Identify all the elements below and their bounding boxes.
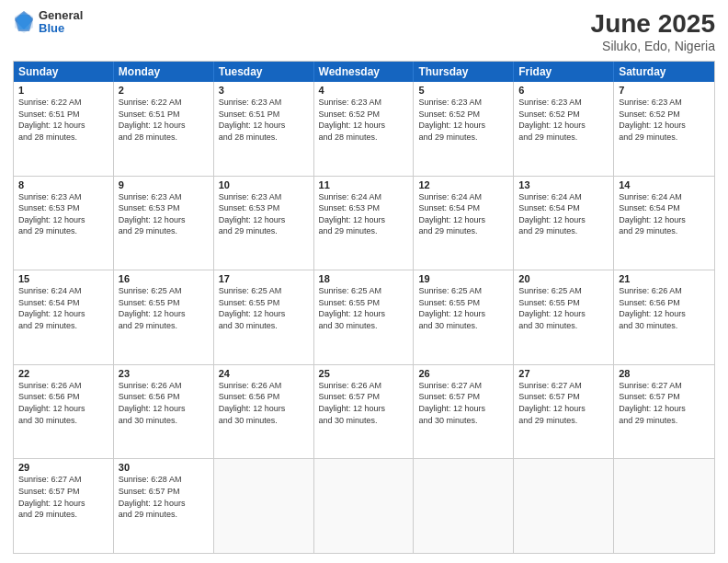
day-info: Sunrise: 6:24 AM Sunset: 6:54 PM Dayligh… <box>418 191 508 237</box>
day-number: 3 <box>219 85 309 96</box>
day-info: Sunrise: 6:24 AM Sunset: 6:54 PM Dayligh… <box>619 191 710 237</box>
calendar-cell-0-4: 5Sunrise: 6:23 AM Sunset: 6:52 PM Daylig… <box>414 82 514 176</box>
title-block: June 2025 Siluko, Edo, Nigeria <box>591 9 715 53</box>
day-number: 12 <box>418 179 508 190</box>
header-wednesday: Wednesday <box>314 62 415 82</box>
calendar-cell-0-5: 6Sunrise: 6:23 AM Sunset: 6:52 PM Daylig… <box>514 82 614 176</box>
day-info: Sunrise: 6:27 AM Sunset: 6:57 PM Dayligh… <box>18 474 108 520</box>
day-number: 16 <box>119 273 209 284</box>
calendar-cell-3-2: 24Sunrise: 6:26 AM Sunset: 6:56 PM Dayli… <box>214 365 314 459</box>
title-month: June 2025 <box>591 9 715 39</box>
logo-text: General Blue <box>39 9 83 36</box>
logo: General Blue <box>13 9 83 36</box>
calendar-cell-2-1: 16Sunrise: 6:25 AM Sunset: 6:55 PM Dayli… <box>114 270 214 364</box>
header-saturday: Saturday <box>614 62 714 82</box>
calendar-cell-4-4 <box>414 459 514 553</box>
calendar-cell-1-3: 11Sunrise: 6:24 AM Sunset: 6:53 PM Dayli… <box>314 177 415 270</box>
logo-general-text: General <box>39 9 83 22</box>
calendar-body: 1Sunrise: 6:22 AM Sunset: 6:51 PM Daylig… <box>14 82 714 553</box>
calendar-cell-2-2: 17Sunrise: 6:25 AM Sunset: 6:55 PM Dayli… <box>214 270 314 364</box>
calendar-cell-3-3: 25Sunrise: 6:26 AM Sunset: 6:57 PM Dayli… <box>314 365 415 459</box>
header-monday: Monday <box>114 62 214 82</box>
day-info: Sunrise: 6:23 AM Sunset: 6:52 PM Dayligh… <box>619 97 710 143</box>
calendar-cell-3-6: 28Sunrise: 6:27 AM Sunset: 6:57 PM Dayli… <box>614 365 714 459</box>
calendar-cell-2-6: 21Sunrise: 6:26 AM Sunset: 6:56 PM Dayli… <box>614 270 714 364</box>
calendar-week-0: 1Sunrise: 6:22 AM Sunset: 6:51 PM Daylig… <box>14 82 714 176</box>
day-number: 14 <box>619 179 710 190</box>
calendar-cell-1-2: 10Sunrise: 6:23 AM Sunset: 6:53 PM Dayli… <box>214 177 314 270</box>
day-number: 15 <box>18 273 108 284</box>
header-tuesday: Tuesday <box>214 62 314 82</box>
header-friday: Friday <box>514 62 614 82</box>
day-info: Sunrise: 6:23 AM Sunset: 6:53 PM Dayligh… <box>18 191 108 237</box>
day-number: 19 <box>418 273 508 284</box>
calendar-cell-3-1: 23Sunrise: 6:26 AM Sunset: 6:56 PM Dayli… <box>114 365 214 459</box>
day-number: 25 <box>319 368 409 379</box>
calendar-cell-2-0: 15Sunrise: 6:24 AM Sunset: 6:54 PM Dayli… <box>14 270 114 364</box>
calendar-cell-0-6: 7Sunrise: 6:23 AM Sunset: 6:52 PM Daylig… <box>614 82 714 176</box>
page: General Blue June 2025 Siluko, Edo, Nige… <box>0 0 728 563</box>
day-number: 17 <box>219 273 309 284</box>
calendar-cell-2-3: 18Sunrise: 6:25 AM Sunset: 6:55 PM Dayli… <box>314 270 415 364</box>
header-sunday: Sunday <box>14 62 114 82</box>
day-info: Sunrise: 6:24 AM Sunset: 6:54 PM Dayligh… <box>518 191 609 237</box>
day-info: Sunrise: 6:26 AM Sunset: 6:56 PM Dayligh… <box>18 380 108 426</box>
day-info: Sunrise: 6:26 AM Sunset: 6:56 PM Dayligh… <box>619 285 710 331</box>
day-number: 1 <box>18 85 108 96</box>
day-number: 13 <box>518 179 609 190</box>
day-number: 23 <box>119 368 209 379</box>
calendar-cell-4-2 <box>214 459 314 553</box>
day-number: 24 <box>219 368 309 379</box>
day-number: 20 <box>518 273 609 284</box>
calendar-cell-0-1: 2Sunrise: 6:22 AM Sunset: 6:51 PM Daylig… <box>114 82 214 176</box>
calendar-cell-0-3: 4Sunrise: 6:23 AM Sunset: 6:52 PM Daylig… <box>314 82 415 176</box>
day-number: 11 <box>319 179 409 190</box>
day-info: Sunrise: 6:22 AM Sunset: 6:51 PM Dayligh… <box>119 97 209 143</box>
calendar: Sunday Monday Tuesday Wednesday Thursday… <box>13 61 715 554</box>
day-info: Sunrise: 6:26 AM Sunset: 6:56 PM Dayligh… <box>219 380 309 426</box>
day-info: Sunrise: 6:23 AM Sunset: 6:53 PM Dayligh… <box>219 191 309 237</box>
calendar-cell-1-1: 9Sunrise: 6:23 AM Sunset: 6:53 PM Daylig… <box>114 177 214 270</box>
day-info: Sunrise: 6:25 AM Sunset: 6:55 PM Dayligh… <box>319 285 409 331</box>
day-number: 4 <box>319 85 409 96</box>
title-location: Siluko, Edo, Nigeria <box>591 39 715 53</box>
calendar-cell-4-3 <box>314 459 415 553</box>
day-info: Sunrise: 6:23 AM Sunset: 6:51 PM Dayligh… <box>219 97 309 143</box>
day-number: 29 <box>18 462 108 473</box>
day-number: 7 <box>619 85 710 96</box>
day-info: Sunrise: 6:28 AM Sunset: 6:57 PM Dayligh… <box>119 474 209 520</box>
day-info: Sunrise: 6:27 AM Sunset: 6:57 PM Dayligh… <box>619 380 710 426</box>
day-number: 9 <box>119 179 209 190</box>
day-number: 10 <box>219 179 309 190</box>
day-info: Sunrise: 6:24 AM Sunset: 6:54 PM Dayligh… <box>18 285 108 331</box>
day-info: Sunrise: 6:26 AM Sunset: 6:57 PM Dayligh… <box>319 380 409 426</box>
day-info: Sunrise: 6:27 AM Sunset: 6:57 PM Dayligh… <box>518 380 609 426</box>
day-info: Sunrise: 6:23 AM Sunset: 6:52 PM Dayligh… <box>319 97 409 143</box>
day-info: Sunrise: 6:25 AM Sunset: 6:55 PM Dayligh… <box>219 285 309 331</box>
day-info: Sunrise: 6:25 AM Sunset: 6:55 PM Dayligh… <box>518 285 609 331</box>
day-number: 27 <box>518 368 609 379</box>
day-number: 26 <box>418 368 508 379</box>
calendar-cell-3-5: 27Sunrise: 6:27 AM Sunset: 6:57 PM Dayli… <box>514 365 614 459</box>
day-number: 8 <box>18 179 108 190</box>
calendar-cell-0-2: 3Sunrise: 6:23 AM Sunset: 6:51 PM Daylig… <box>214 82 314 176</box>
calendar-cell-0-0: 1Sunrise: 6:22 AM Sunset: 6:51 PM Daylig… <box>14 82 114 176</box>
calendar-cell-4-5 <box>514 459 614 553</box>
day-number: 18 <box>319 273 409 284</box>
day-info: Sunrise: 6:23 AM Sunset: 6:53 PM Dayligh… <box>119 191 209 237</box>
day-info: Sunrise: 6:25 AM Sunset: 6:55 PM Dayligh… <box>418 285 508 331</box>
day-number: 30 <box>119 462 209 473</box>
calendar-cell-3-4: 26Sunrise: 6:27 AM Sunset: 6:57 PM Dayli… <box>414 365 514 459</box>
day-info: Sunrise: 6:22 AM Sunset: 6:51 PM Dayligh… <box>18 97 108 143</box>
calendar-cell-2-4: 19Sunrise: 6:25 AM Sunset: 6:55 PM Dayli… <box>414 270 514 364</box>
calendar-header: Sunday Monday Tuesday Wednesday Thursday… <box>14 62 714 82</box>
header-thursday: Thursday <box>414 62 514 82</box>
day-info: Sunrise: 6:23 AM Sunset: 6:52 PM Dayligh… <box>518 97 609 143</box>
calendar-cell-1-4: 12Sunrise: 6:24 AM Sunset: 6:54 PM Dayli… <box>414 177 514 270</box>
day-info: Sunrise: 6:24 AM Sunset: 6:53 PM Dayligh… <box>319 191 409 237</box>
day-info: Sunrise: 6:23 AM Sunset: 6:52 PM Dayligh… <box>418 97 508 143</box>
day-number: 6 <box>518 85 609 96</box>
logo-icon <box>13 9 35 35</box>
logo-blue-text: Blue <box>39 22 83 35</box>
day-number: 22 <box>18 368 108 379</box>
